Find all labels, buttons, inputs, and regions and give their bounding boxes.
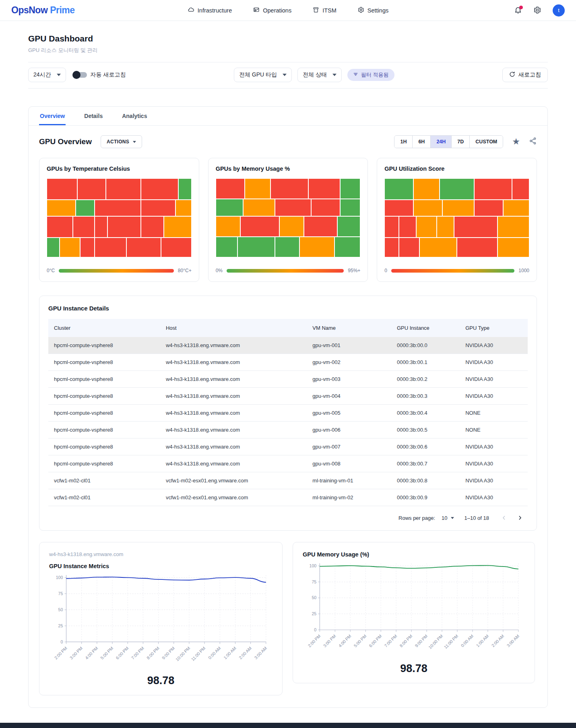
- treemap-tile[interactable]: [437, 216, 454, 238]
- range-button-custom[interactable]: CUSTOM: [469, 136, 503, 148]
- treemap-tile[interactable]: [73, 216, 95, 238]
- auto-refresh-toggle[interactable]: [73, 72, 87, 78]
- treemap-tile[interactable]: [384, 200, 413, 216]
- treemap-tile[interactable]: [440, 178, 474, 200]
- treemap-chart[interactable]: [47, 178, 192, 257]
- range-button-1h[interactable]: 1H: [394, 136, 412, 148]
- treemap-tile[interactable]: [340, 199, 360, 216]
- nav-item-infrastructure[interactable]: Infrastructure: [188, 6, 232, 14]
- notifications-button[interactable]: [514, 6, 523, 15]
- table-row[interactable]: hpcml-compute-vsphere8w4-hs3-k1318.eng.v…: [48, 388, 528, 405]
- rows-per-page-control[interactable]: Rows per page: 10: [398, 515, 454, 521]
- treemap-tile[interactable]: [384, 238, 399, 257]
- table-row[interactable]: vcfw1-m02-cl01vcfw1-m02-esx01.eng.vmware…: [48, 489, 528, 506]
- treemap-tile[interactable]: [457, 238, 498, 257]
- range-button-6h[interactable]: 6H: [412, 136, 430, 148]
- prev-page-button[interactable]: [500, 513, 508, 522]
- treemap-tile[interactable]: [80, 238, 95, 257]
- nav-item-itsm[interactable]: ITSM: [312, 6, 337, 14]
- treemap-chart[interactable]: [384, 178, 529, 257]
- treemap-tile[interactable]: [304, 216, 337, 237]
- treemap-tile[interactable]: [216, 199, 243, 216]
- treemap-tile[interactable]: [384, 216, 399, 238]
- treemap-tile[interactable]: [384, 178, 413, 200]
- treemap-tile[interactable]: [237, 237, 275, 257]
- nav-item-operations[interactable]: Operations: [253, 6, 291, 14]
- treemap-tile[interactable]: [275, 237, 299, 257]
- treemap-tile[interactable]: [178, 178, 191, 200]
- treemap-tile[interactable]: [413, 178, 440, 200]
- treemap-tile[interactable]: [141, 178, 179, 200]
- treemap-tile[interactable]: [413, 200, 442, 216]
- treemap-tile[interactable]: [399, 238, 419, 257]
- time-range-select[interactable]: 24시간: [28, 68, 66, 82]
- treemap-tile[interactable]: [311, 199, 340, 216]
- treemap-tile[interactable]: [474, 200, 503, 216]
- treemap-tile[interactable]: [216, 237, 237, 257]
- treemap-tile[interactable]: [340, 178, 360, 199]
- favorite-star-icon[interactable]: ★: [512, 137, 520, 146]
- treemap-tile[interactable]: [95, 216, 107, 238]
- share-icon[interactable]: [529, 137, 537, 147]
- refresh-button[interactable]: 새로고침: [502, 68, 548, 82]
- treemap-tile[interactable]: [474, 178, 512, 200]
- treemap-tile[interactable]: [47, 216, 73, 238]
- treemap-tile[interactable]: [243, 199, 275, 216]
- treemap-tile[interactable]: [299, 237, 334, 257]
- treemap-tile[interactable]: [512, 178, 529, 200]
- tab-overview[interactable]: Overview: [39, 107, 66, 125]
- treemap-tile[interactable]: [175, 200, 192, 216]
- table-row[interactable]: hpcml-compute-vsphere8w4-hs3-k1318.eng.v…: [48, 438, 528, 455]
- table-row[interactable]: vcfw1-m02-cl01vcfw1-m02-esx01.eng.vmware…: [48, 472, 528, 489]
- treemap-tile[interactable]: [279, 216, 304, 237]
- treemap-tile[interactable]: [106, 178, 140, 200]
- tab-analytics[interactable]: Analytics: [121, 107, 148, 125]
- tab-details[interactable]: Details: [83, 107, 103, 125]
- table-row[interactable]: hpcml-compute-vsphere8w4-hs3-k1318.eng.v…: [48, 354, 528, 371]
- treemap-tile[interactable]: [503, 200, 529, 216]
- range-button-24h[interactable]: 24H: [430, 136, 451, 148]
- treemap-tile[interactable]: [141, 200, 175, 216]
- range-button-7d[interactable]: 7D: [451, 136, 469, 148]
- treemap-tile[interactable]: [126, 238, 161, 257]
- treemap-tile[interactable]: [240, 216, 279, 237]
- treemap-tile[interactable]: [419, 238, 457, 257]
- treemap-tile[interactable]: [416, 216, 436, 238]
- treemap-tile[interactable]: [498, 216, 529, 238]
- treemap-tile[interactable]: [141, 216, 164, 238]
- treemap-tile[interactable]: [95, 200, 141, 216]
- filter-applied-chip[interactable]: 필터 적용됨: [347, 69, 394, 81]
- treemap-tile[interactable]: [77, 178, 106, 200]
- settings-button[interactable]: [533, 6, 542, 15]
- treemap-tile[interactable]: [60, 238, 80, 257]
- table-row[interactable]: hpcml-compute-vsphere8w4-hs3-k1318.eng.v…: [48, 371, 528, 388]
- app-logo[interactable]: OpsNow Prime: [11, 5, 75, 16]
- treemap-tile[interactable]: [399, 216, 416, 238]
- treemap-tile[interactable]: [454, 216, 498, 238]
- treemap-tile[interactable]: [334, 237, 361, 257]
- treemap-tile[interactable]: [164, 216, 191, 238]
- treemap-tile[interactable]: [76, 200, 95, 216]
- treemap-tile[interactable]: [216, 216, 240, 237]
- next-page-button[interactable]: [516, 513, 524, 522]
- treemap-tile[interactable]: [107, 216, 141, 238]
- user-avatar[interactable]: t: [553, 4, 565, 17]
- treemap-tile[interactable]: [337, 216, 361, 237]
- treemap-tile[interactable]: [275, 199, 311, 216]
- treemap-tile[interactable]: [498, 238, 529, 257]
- treemap-tile[interactable]: [245, 178, 271, 199]
- treemap-tile[interactable]: [308, 178, 340, 199]
- treemap-tile[interactable]: [47, 178, 77, 200]
- gpu-type-select[interactable]: 전체 GPU 타입: [234, 68, 292, 82]
- table-row[interactable]: hpcml-compute-vsphere8w4-hs3-k1318.eng.v…: [48, 337, 528, 354]
- status-select[interactable]: 전체 상태: [297, 68, 342, 82]
- treemap-tile[interactable]: [161, 238, 192, 257]
- treemap-tile[interactable]: [270, 178, 308, 199]
- table-row[interactable]: hpcml-compute-vsphere8w4-hs3-k1318.eng.v…: [48, 405, 528, 422]
- treemap-tile[interactable]: [47, 238, 60, 257]
- nav-item-settings[interactable]: Settings: [357, 6, 388, 14]
- treemap-tile[interactable]: [442, 200, 474, 216]
- treemap-tile[interactable]: [216, 178, 245, 199]
- actions-button[interactable]: ACTIONS: [101, 135, 142, 148]
- treemap-tile[interactable]: [47, 200, 76, 216]
